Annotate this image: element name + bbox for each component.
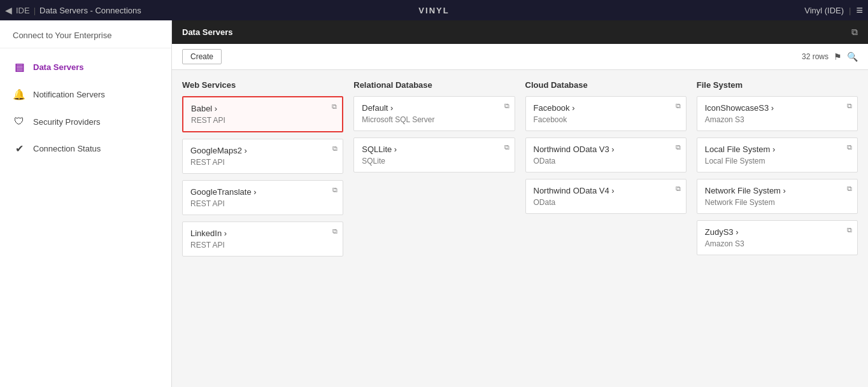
toolbar: Create 32 rows ⚑ 🔍 (172, 44, 868, 70)
card-type-local-file-system: Local File System (705, 157, 850, 165)
app-name: VINYL (418, 6, 449, 15)
col-header-file-system: File System (697, 80, 858, 90)
card-external-icon[interactable]: ⧉ (332, 144, 338, 153)
breadcrumb: Data Servers - Connections (39, 6, 141, 15)
card-sqllite[interactable]: ⧉ SQLLite › SQLite (353, 137, 515, 172)
card-name-local-file-system: Local File System › (705, 144, 850, 154)
card-type-zudys3: Amazon S3 (705, 239, 850, 248)
card-name-zudys3: ZudyS3 › (705, 227, 850, 237)
card-googlemaps2[interactable]: ⧉ GoogleMaps2 › REST API (182, 139, 343, 174)
sidebar-label-security-providers: Security Providers (33, 117, 100, 127)
card-type-googletranslate: REST API (190, 199, 335, 208)
create-button[interactable]: Create (182, 49, 222, 64)
card-type-babel: REST API (191, 116, 334, 125)
card-external-icon[interactable]: ⧉ (676, 143, 681, 151)
card-external-icon[interactable]: ⧉ (504, 102, 509, 110)
card-type-network-file-system: Network File System (705, 198, 850, 207)
card-name-sqllite: SQLLite › (362, 144, 506, 154)
card-network-file-system[interactable]: ⧉ Network File System › Network File Sys… (697, 179, 858, 214)
main-content: Data Servers ⧉ Create 32 rows ⚑ 🔍 Web Se… (172, 20, 868, 387)
card-googletranslate[interactable]: ⧉ GoogleTranslate › REST API (182, 180, 343, 215)
card-default[interactable]: ⧉ Default › Microsoft SQL Server (353, 96, 515, 131)
card-northwind-v4[interactable]: ⧉ Northwind OData V4 › OData (525, 179, 687, 214)
card-external-icon[interactable]: ⧉ (847, 185, 852, 193)
card-type-sqllite: SQLite (362, 157, 506, 165)
col-header-web-services: Web Services (182, 80, 343, 90)
column-cloud-database: Cloud Database ⧉ Facebook › Facebook ⧉ N… (525, 80, 687, 263)
card-local-file-system[interactable]: ⧉ Local File System › Local File System (697, 137, 858, 172)
connection-status-icon: ✔ (13, 143, 25, 155)
card-external-icon[interactable]: ⧉ (847, 102, 852, 110)
sidebar-item-notification-servers[interactable]: 🔔 Notification Servers (0, 81, 171, 108)
card-name-babel: Babel › (191, 104, 334, 113)
filter-icon[interactable]: ⚑ (834, 52, 842, 62)
card-name-default: Default › (362, 103, 506, 113)
card-zudys3[interactable]: ⧉ ZudyS3 › Amazon S3 (697, 220, 858, 255)
toolbar-left: Create (182, 49, 222, 64)
security-providers-icon: 🛡 (13, 116, 25, 127)
external-link-icon[interactable]: ⧉ (851, 27, 858, 38)
card-type-facebook: Facebook (534, 115, 678, 124)
card-external-icon[interactable]: ⧉ (332, 186, 338, 194)
search-icon[interactable]: 🔍 (847, 52, 858, 62)
data-servers-icon: ▤ (13, 61, 25, 73)
menu-button[interactable]: ≡ (856, 4, 863, 17)
card-facebook[interactable]: ⧉ Facebook › Facebook (525, 96, 687, 131)
sidebar-item-connection-status[interactable]: ✔ Connection Status (0, 135, 171, 162)
user-label: Vinyl (IDE) (804, 6, 844, 15)
card-type-iconshowcases3: Amazon S3 (705, 115, 850, 124)
notification-servers-icon: 🔔 (13, 88, 25, 101)
card-type-linkedin: REST API (190, 241, 335, 250)
back-button[interactable]: ◀ (5, 5, 12, 15)
sidebar-label-notification-servers: Notification Servers (33, 90, 105, 99)
topbar-right: Vinyl (IDE) | ≡ (804, 4, 863, 17)
card-external-icon[interactable]: ⧉ (847, 143, 852, 151)
sidebar-item-data-servers[interactable]: ▤ Data Servers (0, 53, 171, 81)
card-name-linkedin: LinkedIn › (190, 229, 335, 238)
card-external-icon[interactable]: ⧉ (332, 227, 338, 236)
section-header: Data Servers ⧉ (172, 20, 868, 44)
topbar-left: ◀ IDE | Data Servers - Connections (5, 5, 141, 15)
card-name-iconshowcases3: IconShowcaseS3 › (705, 103, 850, 113)
sidebar-item-security-providers[interactable]: 🛡 Security Providers (0, 108, 171, 135)
card-iconshowcases3[interactable]: ⧉ IconShowcaseS3 › Amazon S3 (697, 96, 858, 131)
card-northwind-v3[interactable]: ⧉ Northwind OData V3 › OData (525, 137, 687, 172)
card-name-northwind-v4: Northwind OData V4 › (534, 186, 678, 195)
section-title: Data Servers (182, 27, 233, 37)
card-external-icon[interactable]: ⧉ (332, 102, 337, 111)
card-name-facebook: Facebook › (534, 103, 678, 113)
sidebar: Connect to Your Enterprise ▤ Data Server… (0, 20, 172, 387)
card-name-googlemaps2: GoogleMaps2 › (190, 146, 335, 155)
card-external-icon[interactable]: ⧉ (504, 143, 509, 151)
card-external-icon[interactable]: ⧉ (847, 226, 852, 234)
column-relational-database: Relational Database ⧉ Default › Microsof… (353, 80, 515, 263)
card-type-northwind-v4: OData (534, 198, 678, 207)
rows-count: 32 rows (802, 52, 829, 61)
layout: Connect to Your Enterprise ▤ Data Server… (0, 20, 868, 387)
column-web-services: Web Services ⧉ Babel › REST API ⧉ Google… (182, 80, 343, 263)
ide-label[interactable]: IDE (16, 6, 30, 15)
col-header-cloud-database: Cloud Database (525, 80, 687, 90)
sidebar-title: Connect to Your Enterprise (0, 31, 171, 48)
topbar: ◀ IDE | Data Servers - Connections VINYL… (0, 0, 868, 20)
cards-area: Web Services ⧉ Babel › REST API ⧉ Google… (172, 70, 868, 387)
card-external-icon[interactable]: ⧉ (676, 185, 681, 193)
columns-wrapper: Web Services ⧉ Babel › REST API ⧉ Google… (182, 80, 858, 263)
col-header-relational-database: Relational Database (353, 80, 515, 90)
card-type-googlemaps2: REST API (190, 158, 335, 167)
column-file-system: File System ⧉ IconShowcaseS3 › Amazon S3… (697, 80, 858, 263)
card-external-icon[interactable]: ⧉ (676, 102, 681, 110)
card-type-northwind-v3: OData (534, 157, 678, 165)
sidebar-label-connection-status: Connection Status (33, 144, 101, 153)
card-babel[interactable]: ⧉ Babel › REST API (182, 96, 343, 132)
card-name-network-file-system: Network File System › (705, 186, 850, 195)
card-type-default: Microsoft SQL Server (362, 115, 506, 124)
sidebar-label-data-servers: Data Servers (33, 62, 84, 72)
topbar-separator: | (34, 6, 36, 15)
card-name-googletranslate: GoogleTranslate › (190, 187, 335, 197)
topbar-sep2: | (849, 6, 851, 15)
toolbar-right: 32 rows ⚑ 🔍 (802, 52, 858, 62)
card-name-northwind-v3: Northwind OData V3 › (534, 144, 678, 154)
card-linkedin[interactable]: ⧉ LinkedIn › REST API (182, 222, 343, 257)
